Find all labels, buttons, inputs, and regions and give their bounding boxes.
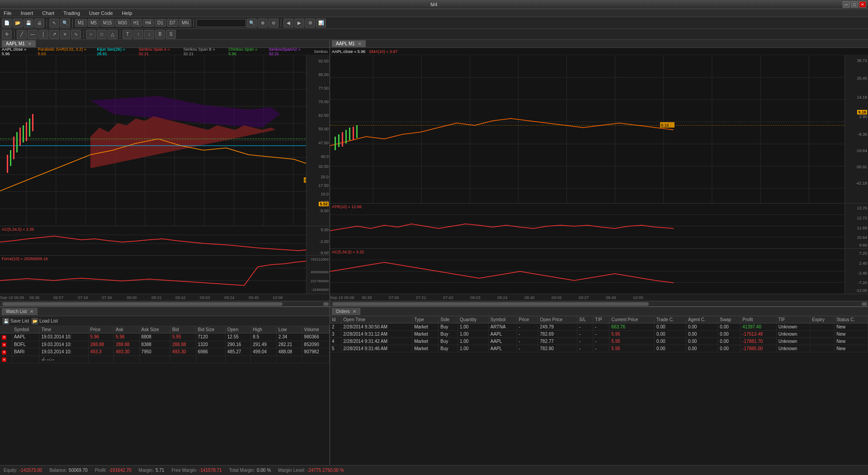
hline-tool[interactable]: — <box>28 30 38 39</box>
close-button[interactable]: ✕ <box>859 1 866 8</box>
price-label-3: 77.50 <box>318 86 329 90</box>
right-ac-svg <box>330 249 868 294</box>
order-profit-cell: -17885.00 <box>741 345 776 352</box>
time-label-8: 08:42 <box>175 295 186 300</box>
trendline-tool[interactable]: ↗ <box>49 30 59 39</box>
italic-tool[interactable]: S <box>166 30 176 39</box>
tf-d1[interactable]: D1 <box>155 19 166 27</box>
order-side-cell: Buy <box>439 338 458 345</box>
save-button[interactable]: 💾 <box>24 19 33 28</box>
symbol-cell <box>12 356 39 363</box>
settings-icon[interactable]: ⚙ <box>305 19 315 28</box>
right-main-chart[interactable]: 9.16 36.73 25.45 14.18 2.90 -8.36 -19.64… <box>330 55 868 203</box>
print-button[interactable]: 🖨 <box>34 19 44 28</box>
left-main-chart[interactable]: 5.52 92.50 85.00 77.50 70.00 62.50 55.00… <box>0 55 330 226</box>
left-scrollbar-thumb[interactable] <box>2 302 283 306</box>
candle-6 <box>23 125 24 142</box>
menu-insert[interactable]: Insert <box>19 10 35 16</box>
arrow-left-icon[interactable]: ◀ <box>283 19 293 28</box>
indicator-icon[interactable]: 📊 <box>316 19 326 28</box>
remove-button[interactable]: ✕ <box>2 357 6 362</box>
right-chart-tab[interactable]: AAPL M1 ✕ <box>332 40 366 47</box>
order-col-id: Id <box>330 316 341 323</box>
arrow-up-tool[interactable]: ↑ <box>133 30 143 39</box>
menu-usercode[interactable]: User Code <box>87 10 115 16</box>
maximize-button[interactable]: □ <box>851 1 858 8</box>
zoom-out-icon[interactable]: ⊖ <box>269 19 278 28</box>
save-list-button[interactable]: 💾 Save List <box>3 318 29 324</box>
minimize-button[interactable]: ─ <box>843 1 850 8</box>
menu-trading[interactable]: Trading <box>61 10 82 16</box>
vline-tool[interactable]: │ <box>38 30 48 39</box>
order-swap-cell: 0.00 <box>718 323 741 331</box>
bold-tool[interactable]: B <box>155 30 165 39</box>
svg-rect-43 <box>349 128 350 140</box>
order-symbol-cell: AAPL <box>488 331 517 338</box>
cursor-button[interactable]: ↖ <box>49 19 59 28</box>
tf-mn[interactable]: MN <box>179 19 192 27</box>
left-scrollbar-end[interactable] <box>323 302 329 306</box>
watchlist-tab[interactable]: Watch List ✕ <box>2 308 38 315</box>
candle-8 <box>29 119 30 137</box>
line-tool[interactable]: ╱ <box>17 30 27 39</box>
fibline-tool[interactable]: ∿ <box>71 30 81 39</box>
right-scrollbar-end[interactable] <box>862 302 867 306</box>
load-list-button[interactable]: 📂 Load List <box>32 318 58 324</box>
watchlist-table-scroll[interactable]: Symbol Time Price Ask Ask Size Bid Bid S… <box>0 326 330 465</box>
right-chart-svg: 9.16 <box>330 55 868 203</box>
zoom-in-icon[interactable]: ⊕ <box>258 19 268 28</box>
watchlist-tab-close[interactable]: ✕ <box>30 309 33 314</box>
orders-table-scroll[interactable]: Id Open Time Type Side Quantity Symbol P… <box>330 316 868 465</box>
menu-chart[interactable]: Chart <box>40 10 56 16</box>
left-chart-close[interactable]: ✕ <box>28 42 32 46</box>
order-qty-cell: 1.00 <box>458 338 488 345</box>
orders-tab-bar: Orders ✕ <box>330 307 868 316</box>
tf-h4[interactable]: H4 <box>143 19 154 27</box>
tf-h1[interactable]: H1 <box>131 19 142 27</box>
price-label-highlight: 5.52 <box>319 202 329 206</box>
open-button[interactable]: 📂 <box>13 19 23 28</box>
order-type-cell: Market <box>412 345 439 352</box>
remove-button[interactable]: ✕ <box>2 342 6 347</box>
order-col-current-price: Current Price <box>609 316 655 323</box>
order-qty-cell: 1.00 <box>458 331 488 338</box>
tf-m5[interactable]: M5 <box>88 19 99 27</box>
right-chart-close-label: AAPL.close = 5.96 <box>332 49 365 54</box>
rect-tool[interactable]: □ <box>97 30 107 39</box>
tf-m15[interactable]: M15 <box>100 19 114 27</box>
right-chart-close[interactable]: ✕ <box>358 42 362 46</box>
right-scrollbar-thumb[interactable] <box>332 302 649 306</box>
ellipse-tool[interactable]: ○ <box>86 30 96 39</box>
col-remove <box>0 326 12 333</box>
left-chart-tab[interactable]: AAPL M1 ✕ <box>2 40 36 47</box>
orders-tab[interactable]: Orders ✕ <box>332 308 360 315</box>
margin-level-item: Margin Level: -24775 2750.00 % <box>278 468 344 473</box>
right-scrollbar[interactable] <box>330 301 868 306</box>
crosshair-tool[interactable]: ✛ <box>2 30 12 39</box>
remove-button[interactable]: ✕ <box>2 350 6 355</box>
time-cell: -/- --:-- <box>39 356 88 363</box>
menu-help[interactable]: Help <box>120 10 134 16</box>
tf-d7[interactable]: D7 <box>167 19 178 27</box>
order-col-type: Type <box>412 316 439 323</box>
text-tool[interactable]: T <box>123 30 132 39</box>
arrow-down-tool[interactable]: ↓ <box>144 30 154 39</box>
order-row: 3 2/28/2014 9:31:12 AM Market Buy 1.00 A… <box>330 331 868 338</box>
tf-m1[interactable]: M1 <box>75 19 87 27</box>
search-input[interactable] <box>196 19 246 27</box>
bid-size-cell: 7120 <box>196 333 225 341</box>
remove-button[interactable]: ✕ <box>2 335 6 340</box>
new-button[interactable]: 📄 <box>2 19 12 28</box>
candle-1 <box>7 155 8 173</box>
zoom-button[interactable]: 🔍 <box>60 19 70 28</box>
tf-m30[interactable]: M30 <box>115 19 129 27</box>
arrow-right-icon[interactable]: ▶ <box>294 19 304 28</box>
menu-file[interactable]: File <box>2 10 14 16</box>
left-scrollbar[interactable] <box>0 301 330 306</box>
ask-size-cell <box>139 356 170 363</box>
triangle-tool[interactable]: △ <box>108 30 118 39</box>
search-icon[interactable]: 🔍 <box>247 19 257 28</box>
channel-tool[interactable]: ≡ <box>60 30 70 39</box>
right-chart-container: AAPL M1 ✕ AAPL.close = 5.96 SMA(10) = 3.… <box>330 40 868 306</box>
orders-tab-close[interactable]: ✕ <box>353 309 356 314</box>
